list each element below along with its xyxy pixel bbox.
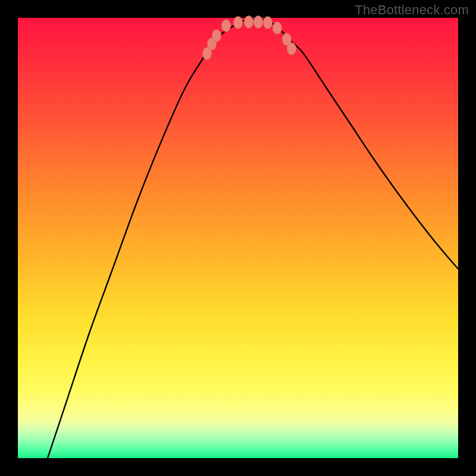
bottleneck-curve bbox=[48, 20, 458, 458]
curve-marker bbox=[233, 17, 242, 29]
watermark-text: TheBottleneck.com bbox=[355, 2, 469, 18]
chart-frame: TheBottleneck.com bbox=[0, 0, 476, 476]
plot-area bbox=[18, 18, 458, 458]
curve-marker bbox=[263, 17, 272, 29]
marker-group bbox=[202, 16, 296, 60]
curve-marker bbox=[212, 30, 221, 42]
curve-marker bbox=[287, 43, 296, 55]
chart-svg bbox=[18, 18, 458, 458]
curve-marker bbox=[253, 16, 262, 29]
curve-marker bbox=[221, 20, 230, 32]
curve-marker bbox=[273, 22, 281, 35]
curve-marker bbox=[244, 16, 253, 29]
